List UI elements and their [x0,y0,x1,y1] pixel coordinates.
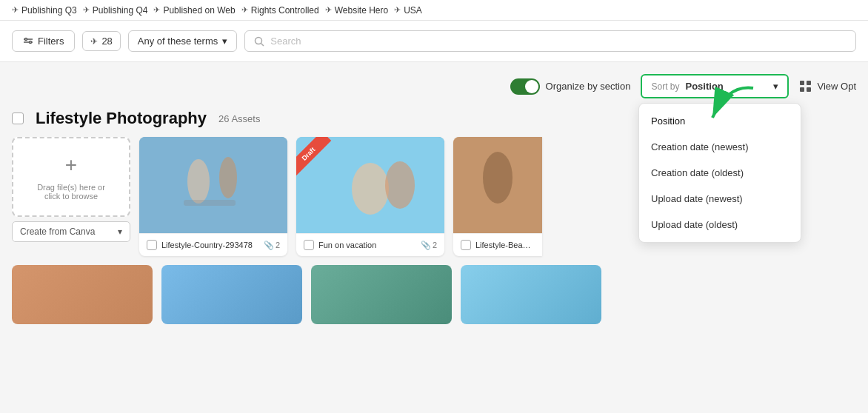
tag-publishing-q4[interactable]: ✈ Publishing Q4 [83,5,148,16]
tag-icon: ✈ [153,5,160,15]
tag-icon: ✈ [83,5,90,15]
filter-icon [23,36,33,47]
toggle-knob [525,80,538,93]
tag-bar: ✈ Publishing Q3 ✈ Publishing Q4 ✈ Publis… [0,0,868,21]
asset-name: Lifestyle-Beach-023984 [475,241,535,249]
asset-card-partial: Lifestyle-Beach-023984 [453,137,542,256]
filters-button[interactable]: Filters [12,30,75,52]
organize-toggle: Organize by section [510,78,631,95]
upload-card: + Drag file(s) here or click to browse C… [12,137,130,256]
chevron-down-icon: ▾ [118,226,122,237]
asset-checkbox[interactable] [147,240,157,250]
terms-dropdown[interactable]: Any of these terms ▾ [128,30,237,52]
chevron-down-icon: ▾ [222,36,227,47]
svg-point-12 [187,159,210,204]
controls-row: Organize by section Sort by Position ▾ V… [12,74,856,98]
asset-name: Lifestyle-Country-293478 [161,241,259,249]
filter-bar: Filters ✈ 28 Any of these terms ▾ Search [0,21,868,62]
main-content: Organize by section Sort by Position ▾ V… [0,62,868,413]
attachment-icon: 📎 [421,241,431,250]
svg-rect-14 [184,200,236,206]
svg-rect-11 [139,137,287,233]
sort-option-upload-oldest[interactable]: Upload date (oldest) [639,212,801,238]
sort-option-position[interactable]: Position [639,108,801,134]
asset-checkbox[interactable] [304,240,314,250]
upload-plus-icon: + [65,153,77,177]
tag-icon: ✈ [325,5,332,15]
tag-published-on-web[interactable]: ✈ Published on Web [153,5,235,16]
asset-card: Lifestyle-Country-293478 📎 2 [139,137,287,256]
attachment-count: 📎 2 [421,241,437,250]
attachment-count: 📎 2 [264,241,280,250]
sort-menu: Position Creation date (newest) Creation… [638,103,801,243]
bottom-card-1 [12,265,153,324]
asset-checkbox[interactable] [461,240,471,250]
tag-usa[interactable]: ✈ USA [394,5,422,16]
svg-rect-8 [800,87,804,92]
svg-point-19 [483,152,513,204]
search-box[interactable]: Search [244,30,856,52]
svg-rect-7 [807,81,811,85]
svg-rect-9 [807,87,811,92]
asset-image-svg [139,137,287,233]
svg-line-5 [261,43,264,46]
asset-card: Draft Fun on vacation 📎 2 [296,137,444,256]
chevron-down-icon: ▾ [773,81,778,92]
sort-option-creation-oldest[interactable]: Creation date (oldest) [639,160,801,186]
tag-publishing-q3[interactable]: ✈ Publishing Q3 [12,5,77,16]
asset-thumbnail [139,137,287,233]
svg-point-3 [30,41,32,43]
svg-point-13 [219,157,237,198]
asset-thumbnail: Draft [296,137,444,233]
svg-point-17 [385,161,415,209]
bottom-card-4 [461,265,601,324]
section-title: Lifestyle Photography [36,109,207,128]
section-checkbox[interactable] [12,113,24,124]
filter-badge[interactable]: ✈ 28 [82,31,120,51]
tag-website-hero[interactable]: ✈ Website Hero [325,5,388,16]
svg-point-4 [256,37,262,44]
tag-icon: ✈ [394,5,401,15]
upload-drop-zone[interactable]: + Drag file(s) here or click to browse [12,137,130,217]
bottom-card-2 [161,265,302,324]
view-options-button[interactable]: View Opt [799,80,856,93]
asset-thumbnail [453,137,542,233]
bottom-card-3 [311,265,452,324]
asset-count-label: 26 Assets [218,113,260,124]
asset-footer-partial: Lifestyle-Beach-023984 [453,233,542,256]
upload-text: Drag file(s) here or click to browse [28,183,114,201]
attachment-icon: 📎 [264,241,274,250]
search-icon [254,36,264,47]
asset-name: Fun on vacation [318,241,416,249]
bottom-row [12,265,856,324]
draft-ribbon: Draft [296,137,331,177]
organize-toggle-switch[interactable] [510,78,540,95]
badge-icon: ✈ [90,36,98,47]
draft-badge-container: Draft [296,137,348,189]
tag-rights-controlled[interactable]: ✈ Rights Controlled [241,5,319,16]
sort-option-upload-newest[interactable]: Upload date (newest) [639,186,801,212]
asset-image-svg [453,137,542,233]
sort-dropdown[interactable]: Sort by Position ▾ [641,74,789,98]
grid-icon [799,80,812,93]
canva-button[interactable]: Create from Canva ▾ [12,221,130,242]
svg-rect-6 [800,81,804,85]
tag-icon: ✈ [12,5,19,15]
sort-option-creation-newest[interactable]: Creation date (newest) [639,134,801,160]
asset-footer: Fun on vacation 📎 2 [296,233,444,256]
svg-point-16 [352,163,389,215]
tag-icon: ✈ [241,5,248,15]
svg-point-2 [25,38,27,40]
asset-footer: Lifestyle-Country-293478 📎 2 [139,233,287,256]
